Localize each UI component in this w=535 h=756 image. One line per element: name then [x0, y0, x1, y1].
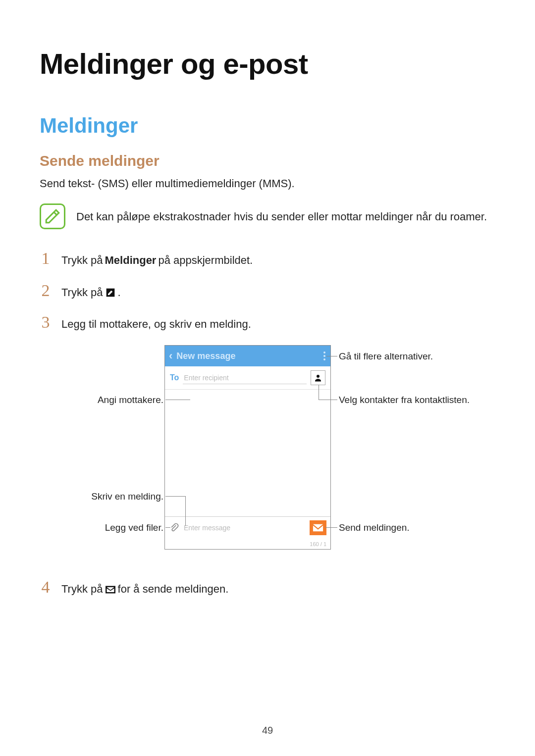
callout-pick-contacts: Velg kontakter fra kontaktlisten.	[339, 395, 470, 405]
steps-list: 1 Trykk på Meldinger på appskjermbildet.…	[40, 249, 495, 332]
phone-frame: ‹ New message To Enter recipient Enter m…	[164, 345, 331, 550]
subsection-heading: Sende meldinger	[40, 152, 495, 169]
page-number: 49	[262, 725, 273, 736]
step-text: Trykk på	[61, 253, 103, 268]
callout-send-message: Send meldingen.	[339, 522, 410, 533]
step-text: Trykk på	[61, 285, 103, 301]
phone-body	[165, 390, 330, 526]
callout-more-options: Gå til flere alternativer.	[339, 351, 433, 362]
header-title: New message	[176, 351, 315, 361]
callout-line	[185, 496, 186, 526]
compose-icon	[105, 287, 116, 298]
compose-input[interactable]: Enter message	[184, 524, 306, 532]
step-3: 3 Legg til mottakere, og skriv en meldin…	[40, 313, 495, 332]
callout-line	[165, 496, 185, 497]
more-options-icon[interactable]	[319, 352, 326, 360]
callout-line	[319, 385, 319, 400]
step-text: .	[118, 285, 121, 301]
phone-header: ‹ New message	[165, 346, 330, 366]
step-text: Legg til mottakere, og skriv en melding.	[61, 317, 251, 332]
contacts-button[interactable]	[311, 370, 325, 385]
phone-figure: ‹ New message To Enter recipient Enter m…	[40, 345, 495, 558]
send-icon	[105, 584, 116, 595]
section-heading: Meldinger	[40, 114, 495, 138]
to-label: To	[170, 373, 179, 382]
send-button[interactable]	[310, 520, 326, 535]
step-2: 2 Trykk på .	[40, 281, 495, 301]
step-number: 2	[40, 281, 52, 300]
step-text: Trykk på	[61, 582, 103, 597]
callout-write-message: Skriv en melding.	[82, 491, 163, 502]
back-icon[interactable]: ‹	[169, 350, 172, 362]
step-text: på appskjermbildet.	[158, 253, 253, 268]
recipient-row: To Enter recipient	[165, 366, 330, 390]
note-text: Det kan påløpe ekstrakostnader hvis du s…	[76, 203, 487, 225]
note-icon	[40, 203, 65, 229]
callout-line	[325, 527, 337, 528]
recipient-input[interactable]: Enter recipient	[183, 372, 307, 384]
steps-list-continued: 4 Trykk på for å sende meldingen.	[40, 578, 495, 597]
callout-line	[165, 400, 190, 400]
step-number: 4	[40, 578, 52, 597]
step-bold: Meldinger	[105, 253, 157, 268]
callout-line	[319, 400, 337, 400]
step-number: 1	[40, 249, 52, 268]
note-block: Det kan påløpe ekstrakostnader hvis du s…	[40, 203, 495, 229]
callout-line	[326, 356, 337, 356]
svg-point-1	[317, 375, 320, 378]
callout-line	[165, 527, 170, 528]
step-1: 1 Trykk på Meldinger på appskjermbildet.	[40, 249, 495, 268]
page-title: Meldinger og e-post	[40, 47, 495, 80]
callout-recipients: Angi mottakere.	[89, 395, 163, 405]
step-4: 4 Trykk på for å sende meldingen.	[40, 578, 495, 597]
callout-attach-files: Legg ved filer.	[97, 522, 163, 533]
intro-text: Send tekst- (SMS) eller multimediemeldin…	[40, 176, 495, 192]
step-text: for å sende meldingen.	[118, 582, 229, 597]
char-count: 160 / 1	[310, 541, 326, 547]
attach-icon[interactable]	[169, 522, 180, 533]
compose-row: Enter message	[165, 516, 330, 538]
step-number: 3	[40, 313, 52, 332]
